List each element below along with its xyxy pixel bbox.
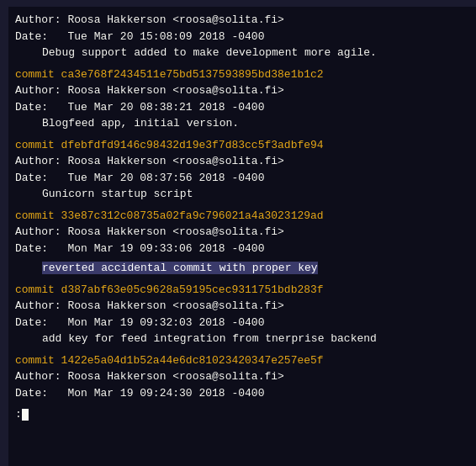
author-line-2: Author: Roosa Hakkerson <roosa@solita.fi…	[15, 153, 476, 170]
author-line-4: Author: Roosa Hakkerson <roosa@solita.fi…	[15, 298, 476, 315]
commit-block-5: commit 1422e5a04d1b52a44e6dc81023420347e…	[15, 352, 476, 402]
commit-block-2: commit dfebfdfd9146c98432d19e3f7d83cc5f3…	[15, 137, 476, 203]
commit-hash-4: commit d387abf63e05c9628a59195cec9311751…	[15, 282, 476, 299]
date-line-3: Date: Mon Mar 19 09:33:06 2018 -0400	[15, 241, 476, 257]
commit-block-4: commit d387abf63e05c9628a59195cec9311751…	[15, 282, 476, 347]
date-line-5: Date: Mon Mar 19 09:24:30 2018 -0400	[15, 385, 476, 402]
terminal-prompt[interactable]: :	[15, 406, 476, 423]
author-line-1: Author: Roosa Hakkerson <roosa@solita.fi…	[15, 82, 476, 99]
date-line-0: Date: Tue Mar 20 15:08:09 2018 -0400	[15, 29, 476, 45]
commit-hash-1: commit ca3e768f2434511e75bd5137593895bd3…	[15, 66, 476, 83]
date-line-1: Date: Tue Mar 20 08:38:21 2018 -0400	[15, 99, 476, 116]
commit-hash-2: commit dfebfdfd9146c98432d19e3f7d83cc5f3…	[15, 137, 476, 154]
message-4: add key for feed integration from tnerpr…	[15, 331, 476, 347]
message-1: Blogfeed app, initial version.	[15, 115, 476, 132]
cursor-block	[22, 409, 29, 421]
date-line-2: Date: Tue Mar 20 08:37:56 2018 -0400	[15, 170, 476, 187]
author-line-0: Author: Roosa Hakkerson <roosa@solita.fi…	[15, 12, 476, 29]
message-2: Gunicorn startup script	[15, 186, 476, 203]
commit-partial-top: Author: Roosa Hakkerson <roosa@solita.fi…	[15, 12, 476, 61]
commit-hash-5: commit 1422e5a04d1b52a44e6dc81023420347e…	[15, 352, 476, 369]
author-line-3: Author: Roosa Hakkerson <roosa@solita.fi…	[15, 224, 476, 241]
commit-block-1: commit ca3e768f2434511e75bd5137593895bd3…	[15, 66, 476, 132]
commit-hash-3: commit 33e87c312c08735a02fa9c796021a4a30…	[15, 208, 476, 225]
terminal-window: Author: Roosa Hakkerson <roosa@solita.fi…	[8, 7, 476, 466]
author-line-5: Author: Roosa Hakkerson <roosa@solita.fi…	[15, 368, 476, 385]
message-0: Debug support added to make development …	[15, 45, 476, 61]
message-3-highlighted: reverted accidental commit with proper k…	[15, 260, 476, 277]
date-line-4: Date: Mon Mar 19 09:32:03 2018 -0400	[15, 315, 476, 331]
commit-block-3: commit 33e87c312c08735a02fa9c796021a4a30…	[15, 208, 476, 277]
